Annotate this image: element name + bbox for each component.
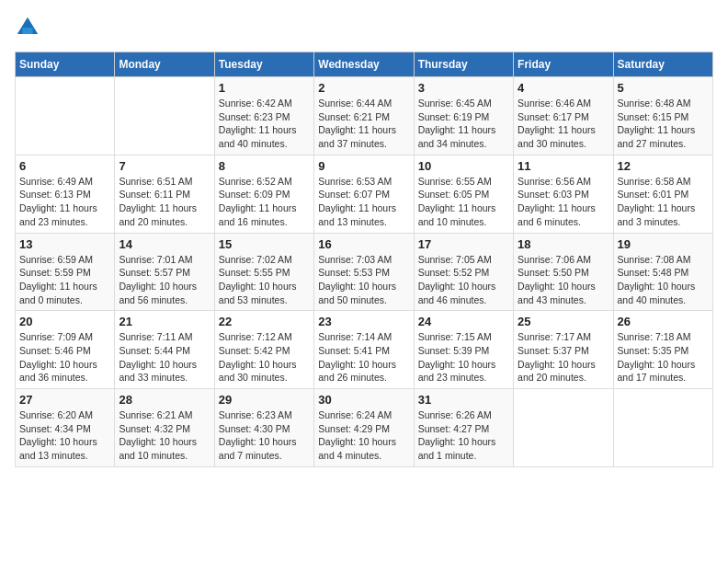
day-info: Sunrise: 7:14 AM Sunset: 5:41 PM Dayligh… (318, 330, 409, 385)
day-number: 26 (618, 315, 709, 328)
calendar-cell: 10Sunrise: 6:55 AM Sunset: 6:05 PM Dayli… (414, 155, 513, 233)
day-info: Sunrise: 6:42 AM Sunset: 6:23 PM Dayligh… (219, 97, 310, 151)
weekday-header-wednesday: Wednesday (314, 52, 414, 77)
weekday-header-thursday: Thursday (414, 52, 513, 77)
calendar-week-1: 1Sunrise: 6:42 AM Sunset: 6:23 PM Daylig… (16, 77, 713, 155)
day-number: 30 (318, 393, 409, 407)
calendar-cell: 20Sunrise: 7:09 AM Sunset: 5:46 PM Dayli… (16, 311, 115, 389)
day-info: Sunrise: 7:15 AM Sunset: 5:39 PM Dayligh… (418, 330, 509, 385)
day-info: Sunrise: 6:51 AM Sunset: 6:11 PM Dayligh… (119, 175, 210, 229)
calendar-cell: 17Sunrise: 7:05 AM Sunset: 5:52 PM Dayli… (414, 233, 513, 311)
day-number: 27 (19, 393, 110, 407)
day-info: Sunrise: 7:09 AM Sunset: 5:46 PM Dayligh… (19, 330, 110, 385)
day-number: 10 (418, 159, 509, 173)
day-number: 24 (418, 315, 509, 328)
day-info: Sunrise: 6:59 AM Sunset: 5:59 PM Dayligh… (19, 253, 110, 307)
day-info: Sunrise: 6:53 AM Sunset: 6:07 PM Dayligh… (318, 175, 409, 229)
calendar-cell: 8Sunrise: 6:52 AM Sunset: 6:09 PM Daylig… (214, 155, 313, 233)
day-number: 28 (119, 393, 210, 407)
day-number: 31 (418, 393, 509, 407)
calendar-week-2: 6Sunrise: 6:49 AM Sunset: 6:13 PM Daylig… (16, 155, 713, 233)
day-number: 23 (318, 315, 409, 328)
day-number: 22 (219, 315, 310, 328)
calendar-table: SundayMondayTuesdayWednesdayThursdayFrid… (15, 52, 713, 467)
calendar-cell: 23Sunrise: 7:14 AM Sunset: 5:41 PM Dayli… (314, 311, 414, 389)
day-info: Sunrise: 7:06 AM Sunset: 5:50 PM Dayligh… (518, 253, 609, 307)
day-info: Sunrise: 7:01 AM Sunset: 5:57 PM Dayligh… (119, 253, 210, 307)
day-info: Sunrise: 6:44 AM Sunset: 6:21 PM Dayligh… (318, 97, 409, 151)
calendar-cell: 28Sunrise: 6:21 AM Sunset: 4:32 PM Dayli… (115, 389, 214, 467)
day-info: Sunrise: 6:23 AM Sunset: 4:30 PM Dayligh… (219, 408, 310, 463)
weekday-header-monday: Monday (115, 52, 214, 77)
calendar-cell: 2Sunrise: 6:44 AM Sunset: 6:21 PM Daylig… (314, 77, 414, 155)
day-number: 19 (618, 237, 709, 251)
day-number: 29 (219, 393, 310, 407)
calendar-cell: 27Sunrise: 6:20 AM Sunset: 4:34 PM Dayli… (16, 389, 115, 467)
calendar-cell: 11Sunrise: 6:56 AM Sunset: 6:03 PM Dayli… (514, 155, 613, 233)
calendar-cell: 24Sunrise: 7:15 AM Sunset: 5:39 PM Dayli… (414, 311, 513, 389)
calendar-cell: 5Sunrise: 6:48 AM Sunset: 6:15 PM Daylig… (613, 77, 712, 155)
calendar-cell: 30Sunrise: 6:24 AM Sunset: 4:29 PM Dayli… (314, 389, 414, 467)
day-number: 20 (19, 315, 110, 328)
day-number: 2 (318, 81, 409, 95)
weekday-header-saturday: Saturday (613, 52, 712, 77)
day-number: 21 (119, 315, 210, 328)
day-number: 16 (318, 237, 409, 251)
day-number: 11 (518, 159, 609, 173)
calendar-week-4: 20Sunrise: 7:09 AM Sunset: 5:46 PM Dayli… (16, 311, 713, 389)
day-number: 7 (119, 159, 210, 173)
weekday-header-sunday: Sunday (16, 52, 115, 77)
day-info: Sunrise: 6:49 AM Sunset: 6:13 PM Dayligh… (19, 175, 110, 229)
day-number: 1 (219, 81, 310, 95)
calendar-cell: 6Sunrise: 6:49 AM Sunset: 6:13 PM Daylig… (16, 155, 115, 233)
calendar-cell: 4Sunrise: 6:46 AM Sunset: 6:17 PM Daylig… (514, 77, 613, 155)
day-info: Sunrise: 7:02 AM Sunset: 5:55 PM Dayligh… (219, 253, 310, 307)
day-number: 17 (418, 237, 509, 251)
calendar-cell (514, 389, 613, 467)
day-number: 3 (418, 81, 509, 95)
calendar-cell: 25Sunrise: 7:17 AM Sunset: 5:37 PM Dayli… (514, 311, 613, 389)
logo (15, 15, 44, 40)
day-info: Sunrise: 7:08 AM Sunset: 5:48 PM Dayligh… (618, 253, 709, 307)
day-info: Sunrise: 7:05 AM Sunset: 5:52 PM Dayligh… (418, 253, 509, 307)
day-number: 5 (618, 81, 709, 95)
calendar-cell: 15Sunrise: 7:02 AM Sunset: 5:55 PM Dayli… (214, 233, 313, 311)
day-number: 12 (618, 159, 709, 173)
day-info: Sunrise: 7:03 AM Sunset: 5:53 PM Dayligh… (318, 253, 409, 307)
day-info: Sunrise: 6:52 AM Sunset: 6:09 PM Dayligh… (219, 175, 310, 229)
calendar-cell (16, 77, 115, 155)
calendar-cell: 12Sunrise: 6:58 AM Sunset: 6:01 PM Dayli… (613, 155, 712, 233)
day-info: Sunrise: 7:17 AM Sunset: 5:37 PM Dayligh… (518, 330, 609, 385)
calendar-cell (115, 77, 214, 155)
calendar-cell: 26Sunrise: 7:18 AM Sunset: 5:35 PM Dayli… (613, 311, 712, 389)
weekday-header-friday: Friday (514, 52, 613, 77)
day-number: 18 (518, 237, 609, 251)
day-info: Sunrise: 6:55 AM Sunset: 6:05 PM Dayligh… (418, 175, 509, 229)
day-info: Sunrise: 7:12 AM Sunset: 5:42 PM Dayligh… (219, 330, 310, 385)
day-info: Sunrise: 6:26 AM Sunset: 4:27 PM Dayligh… (418, 408, 509, 463)
calendar-cell: 22Sunrise: 7:12 AM Sunset: 5:42 PM Dayli… (214, 311, 313, 389)
day-number: 14 (119, 237, 210, 251)
logo-icon (15, 15, 40, 40)
day-number: 6 (19, 159, 110, 173)
day-info: Sunrise: 7:11 AM Sunset: 5:44 PM Dayligh… (119, 330, 210, 385)
day-info: Sunrise: 6:58 AM Sunset: 6:01 PM Dayligh… (618, 175, 709, 229)
calendar-cell: 7Sunrise: 6:51 AM Sunset: 6:11 PM Daylig… (115, 155, 214, 233)
calendar-cell: 31Sunrise: 6:26 AM Sunset: 4:27 PM Dayli… (414, 389, 513, 467)
calendar-cell: 18Sunrise: 7:06 AM Sunset: 5:50 PM Dayli… (514, 233, 613, 311)
page-header (15, 15, 713, 40)
calendar-cell (613, 389, 712, 467)
day-info: Sunrise: 6:20 AM Sunset: 4:34 PM Dayligh… (19, 408, 110, 463)
calendar-cell: 16Sunrise: 7:03 AM Sunset: 5:53 PM Dayli… (314, 233, 414, 311)
svg-rect-1 (22, 28, 32, 34)
calendar-cell: 3Sunrise: 6:45 AM Sunset: 6:19 PM Daylig… (414, 77, 513, 155)
calendar-week-5: 27Sunrise: 6:20 AM Sunset: 4:34 PM Dayli… (16, 389, 713, 467)
calendar-cell: 19Sunrise: 7:08 AM Sunset: 5:48 PM Dayli… (613, 233, 712, 311)
calendar-cell: 14Sunrise: 7:01 AM Sunset: 5:57 PM Dayli… (115, 233, 214, 311)
day-number: 25 (518, 315, 609, 328)
day-info: Sunrise: 6:46 AM Sunset: 6:17 PM Dayligh… (518, 97, 609, 151)
day-number: 13 (19, 237, 110, 251)
day-info: Sunrise: 6:45 AM Sunset: 6:19 PM Dayligh… (418, 97, 509, 151)
calendar-week-3: 13Sunrise: 6:59 AM Sunset: 5:59 PM Dayli… (16, 233, 713, 311)
calendar-cell: 1Sunrise: 6:42 AM Sunset: 6:23 PM Daylig… (214, 77, 313, 155)
